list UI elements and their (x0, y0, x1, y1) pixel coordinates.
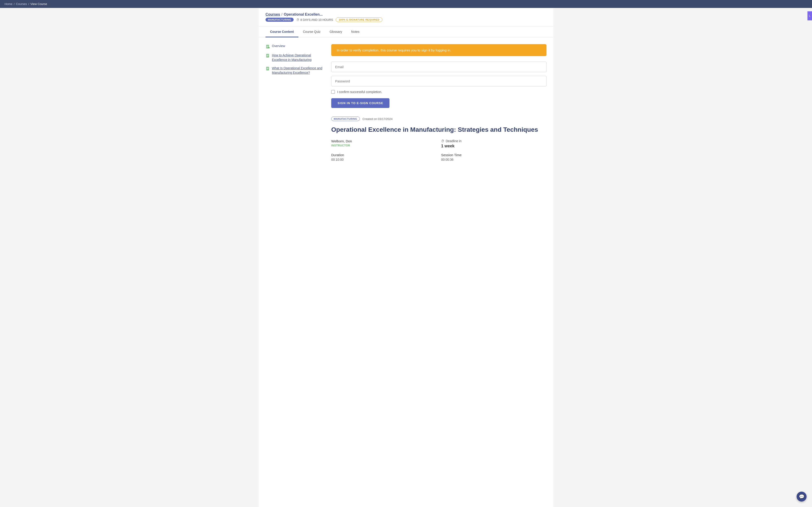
nav-courses-link[interactable]: Courses (16, 2, 27, 6)
sidebar-item-achieve[interactable]: How to Achieve Operational Excellence in… (265, 53, 324, 62)
meta-tags-row: MANUFACTURING Created on 03/17/2024 (331, 117, 547, 121)
sign-in-button[interactable]: SIGN IN TO E-SIGN COURSE (331, 98, 390, 108)
breadcrumb-separator: / (282, 12, 282, 16)
overview-doc-icon: ✓ (265, 45, 270, 49)
svg-rect-13 (267, 69, 268, 69)
svg-rect-7 (267, 55, 268, 55)
course-meta-row: MANUFACTURING ⏱ 8 DAYS AND 10 HOURS 100%… (265, 17, 547, 22)
password-form-group (331, 76, 547, 87)
tab-notes[interactable]: Notes (347, 27, 364, 37)
session-time-label: Session Time (441, 153, 547, 157)
duration-info: ⏱ 8 DAYS AND 10 HOURS (296, 18, 333, 21)
clock-deadline-icon: ⏱ (441, 139, 444, 143)
whatis-doc-icon (265, 66, 270, 71)
clock-icon: ⏱ (296, 18, 299, 21)
confirm-checkbox-row: I confirm successful completion. (331, 90, 547, 94)
course-breadcrumb: Courses / Operational Excellen... (265, 12, 547, 16)
svg-rect-9 (267, 56, 268, 57)
course-header: Courses / Operational Excellen... MANUFA… (259, 8, 553, 27)
chat-button[interactable]: 💬 (797, 492, 807, 502)
nav-current-page: View Course (30, 2, 47, 6)
svg-text:✓: ✓ (269, 48, 270, 48)
course-title-main: Operational Excellence in Manufacturing:… (331, 126, 547, 134)
achieve-doc-icon (265, 54, 270, 58)
sidebar-whatis-link[interactable]: What Is Operational Excellence and Manuf… (272, 66, 324, 75)
nav-home-link[interactable]: Home (5, 2, 12, 6)
nav-separator-2: / (28, 2, 29, 6)
tabs-bar: Course Content Course Quiz Glossary Note… (259, 27, 553, 37)
breadcrumb-courses-link[interactable]: Courses (265, 12, 280, 16)
svg-rect-12 (267, 68, 268, 69)
svg-rect-1 (267, 46, 268, 46)
svg-rect-11 (267, 68, 268, 68)
deadline-detail: ⏱ Deadline in 1 week (441, 139, 547, 149)
nav-separator-1: / (14, 2, 15, 6)
sidebar-toggle-button[interactable]: L (807, 11, 812, 20)
top-navigation: Home / Courses / View Course (0, 0, 812, 8)
main-container: Courses / Operational Excellen... MANUFA… (259, 8, 553, 507)
manufacturing-badge: MANUFACTURING (265, 18, 294, 22)
deadline-label: ⏱ Deadline in (441, 139, 547, 143)
duration-value: 00:10:00 (331, 158, 437, 161)
course-details-grid: Welborn, Don INSTRUCTOR ⏱ Deadline in 1 … (331, 139, 547, 161)
sidebar-achieve-link[interactable]: How to Achieve Operational Excellence in… (272, 53, 324, 62)
email-form-group (331, 62, 547, 72)
breadcrumb-course-name: Operational Excellen... (284, 12, 323, 16)
esignature-badge: 100% E-SIGNATURE REQUIRED (336, 17, 383, 22)
confirm-checkbox[interactable] (331, 90, 335, 94)
course-sidebar: ✓ Overview How to Achieve Operational Ex… (265, 44, 324, 161)
duration-text: 8 DAYS AND 10 HOURS (300, 18, 333, 21)
course-manufacturing-badge: MANUFACTURING (331, 117, 360, 121)
sidebar-item-overview[interactable]: ✓ Overview (265, 44, 324, 49)
password-input[interactable] (331, 76, 547, 87)
sidebar-item-whatis[interactable]: What Is Operational Excellence and Manuf… (265, 66, 324, 75)
content-area: ✓ Overview How to Achieve Operational Ex… (259, 37, 553, 168)
tab-course-content[interactable]: Course Content (265, 27, 298, 37)
sidebar-overview-label: Overview (272, 44, 285, 48)
instructor-role: INSTRUCTOR (331, 144, 437, 147)
duration-label: Duration (331, 153, 437, 157)
session-time-value: 00:00:36 (441, 158, 547, 161)
tab-glossary[interactable]: Glossary (325, 27, 347, 37)
svg-rect-8 (267, 55, 268, 56)
warning-banner: In order to verify completion, this cour… (331, 44, 547, 56)
instructor-name: Welborn, Don (331, 139, 437, 143)
course-meta-section: MANUFACTURING Created on 03/17/2024 Oper… (331, 117, 547, 161)
confirm-checkbox-label: I confirm successful completion. (337, 90, 382, 94)
instructor-detail: Welborn, Don INSTRUCTOR (331, 139, 437, 149)
chat-icon: 💬 (799, 494, 805, 499)
deadline-value: 1 week (441, 144, 547, 149)
main-content: In order to verify completion, this cour… (331, 44, 547, 161)
session-time-detail: Session Time 00:00:36 (441, 153, 547, 161)
email-input[interactable] (331, 62, 547, 72)
duration-detail: Duration 00:10:00 (331, 153, 437, 161)
svg-rect-3 (267, 47, 268, 48)
created-on-text: Created on 03/17/2024 (362, 117, 393, 121)
svg-rect-2 (267, 46, 268, 47)
tab-course-quiz[interactable]: Course Quiz (298, 27, 325, 37)
